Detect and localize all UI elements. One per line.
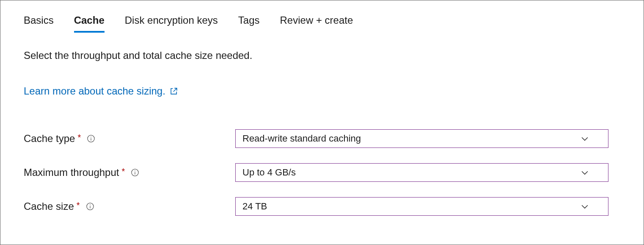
select-cache-type-value: Read-write standard caching xyxy=(242,133,361,144)
row-cache-size: Cache size * 24 TB xyxy=(24,197,620,216)
chevron-down-icon xyxy=(580,134,589,143)
external-link-icon xyxy=(170,87,178,95)
learn-more-link-text: Learn more about cache sizing. xyxy=(24,85,165,97)
learn-more-link[interactable]: Learn more about cache sizing. xyxy=(24,85,178,97)
intro-text: Select the throughput and total cache si… xyxy=(24,48,620,63)
cache-form: Cache type * Read-write standard caching xyxy=(24,129,620,216)
tab-review-create[interactable]: Review + create xyxy=(280,13,353,33)
tab-basics[interactable]: Basics xyxy=(24,13,54,33)
info-icon[interactable] xyxy=(87,134,95,143)
chevron-down-icon xyxy=(580,168,589,177)
required-asterisk: * xyxy=(77,133,81,142)
label-max-throughput: Maximum throughput xyxy=(24,167,119,178)
svg-point-3 xyxy=(135,170,135,171)
wizard-tab-strip: Basics Cache Disk encryption keys Tags R… xyxy=(24,13,620,33)
required-asterisk: * xyxy=(77,200,80,210)
row-cache-type: Cache type * Read-write standard caching xyxy=(24,129,620,148)
svg-point-5 xyxy=(90,204,91,205)
label-cache-type: Cache type xyxy=(24,133,75,145)
info-icon[interactable] xyxy=(131,168,139,177)
select-cache-size-value: 24 TB xyxy=(242,201,267,212)
select-max-throughput[interactable]: Up to 4 GB/s xyxy=(235,163,608,182)
info-icon[interactable] xyxy=(86,202,94,211)
cache-config-panel: Basics Cache Disk encryption keys Tags R… xyxy=(0,0,644,245)
select-max-throughput-value: Up to 4 GB/s xyxy=(242,167,296,178)
chevron-down-icon xyxy=(580,202,589,211)
tab-disk-encryption-keys[interactable]: Disk encryption keys xyxy=(125,13,218,33)
tab-cache[interactable]: Cache xyxy=(74,13,105,33)
required-asterisk: * xyxy=(121,167,125,176)
label-cache-size: Cache size xyxy=(24,200,74,212)
row-max-throughput: Maximum throughput * Up to 4 GB/s xyxy=(24,163,620,182)
select-cache-type[interactable]: Read-write standard caching xyxy=(235,129,608,148)
tab-tags[interactable]: Tags xyxy=(238,13,260,33)
select-cache-size[interactable]: 24 TB xyxy=(235,197,608,216)
svg-point-1 xyxy=(91,136,91,137)
